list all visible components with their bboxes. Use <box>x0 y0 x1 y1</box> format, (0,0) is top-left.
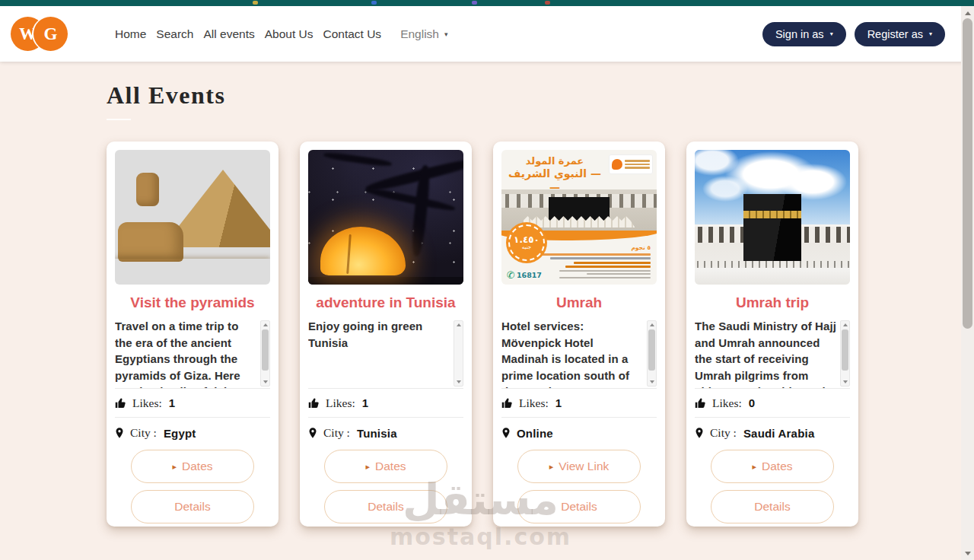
scroll-down-icon[interactable] <box>454 378 463 386</box>
language-dropdown[interactable]: English ▾ <box>400 27 447 41</box>
nav-item-all-events[interactable]: All events <box>203 27 254 41</box>
scroll-up-icon[interactable] <box>841 321 849 329</box>
likes-row: Likes: 1 <box>308 389 463 417</box>
nav-item-about-us[interactable]: About Us <box>265 27 314 41</box>
dates-button[interactable]: ▸ Dates <box>131 450 254 483</box>
scroll-up-icon[interactable] <box>961 8 974 18</box>
poster-phone: ✆ 16817 <box>507 269 542 281</box>
likes-row: Likes: 1 <box>115 389 270 417</box>
city-value: Saudi Arabia <box>743 427 815 440</box>
sign-in-as-button[interactable]: Sign in as ▾ <box>762 22 846 46</box>
event-card-tunisia: adventure in Tunisia Enjoy going in gree… <box>300 142 472 527</box>
city-row: City : Tunisia <box>308 418 463 448</box>
event-description-box[interactable]: Travel on a time trip to the era of the … <box>115 318 270 388</box>
poster-fineprint <box>559 268 651 280</box>
nav-item-search[interactable]: Search <box>156 27 193 41</box>
scrollbar-thumb[interactable] <box>842 329 848 371</box>
watermark-domain: mostaql.com <box>0 523 961 550</box>
scroll-up-icon[interactable] <box>648 321 656 329</box>
details-button-label: Details <box>561 500 597 514</box>
likes-row: Likes: 0 <box>695 389 850 417</box>
details-button[interactable]: Details <box>324 490 447 523</box>
event-title: Umrah trip <box>695 294 850 312</box>
scrollbar-thumb[interactable] <box>262 329 269 371</box>
scroll-down-icon[interactable] <box>961 548 974 558</box>
description-scrollbar[interactable] <box>840 320 850 387</box>
scroll-down-icon[interactable] <box>261 378 269 386</box>
description-scrollbar[interactable] <box>260 320 270 387</box>
dates-button-label: Dates <box>762 460 793 473</box>
tab-favicon-speck <box>472 1 477 5</box>
heading-rule <box>107 119 131 120</box>
umrah-poster-image: عمرة المولد — النبوي الشريف — برنامج الع… <box>501 150 657 285</box>
city-label: City : <box>323 426 350 440</box>
details-button[interactable]: Details <box>711 490 834 523</box>
register-as-button[interactable]: Register as ▾ <box>855 22 945 46</box>
logo[interactable]: W G <box>11 17 68 51</box>
likes-label: Likes: <box>519 396 549 410</box>
likes-label: Likes: <box>326 396 355 410</box>
nav-links: Home Search All events About Us Contact … <box>115 27 381 41</box>
page-scrollbar[interactable] <box>961 6 974 560</box>
likes-label: Likes: <box>712 396 742 410</box>
poster-details-lines: ٥ نجوم <box>541 244 651 270</box>
nav-item-contact-us[interactable]: Contact Us <box>323 27 381 41</box>
city-label: City : <box>710 426 737 440</box>
view-link-button-label: View Link <box>559 460 609 473</box>
dates-button[interactable]: ▸ Dates <box>324 450 447 483</box>
dates-button-label: Dates <box>182 460 213 473</box>
location-pin-icon <box>695 427 704 439</box>
language-label: English <box>400 27 439 41</box>
play-icon: ▸ <box>549 462 554 472</box>
event-description-box[interactable]: Enjoy going in green Tunisia <box>308 318 463 388</box>
event-description-box[interactable]: Hotel services: Mövenpick Hotel Madinah … <box>501 318 657 388</box>
location-pin-icon <box>115 427 124 439</box>
scroll-down-icon[interactable] <box>841 378 849 386</box>
tab-favicon-speck <box>545 1 550 5</box>
details-button-label: Details <box>368 500 403 514</box>
dates-button[interactable]: ▸ Dates <box>711 450 834 483</box>
page-scrollbar-thumb[interactable] <box>963 18 972 329</box>
city-value: Online <box>517 427 553 440</box>
play-icon: ▸ <box>752 462 756 472</box>
register-as-label: Register as <box>867 28 923 40</box>
description-scrollbar[interactable] <box>454 320 463 387</box>
event-description: The Saudi Ministry of Hajj and Umrah ann… <box>695 318 836 388</box>
event-cards-row: Visit the pyramids Travel on a time trip… <box>107 142 974 527</box>
event-title: Umrah <box>501 294 657 312</box>
details-button-label: Details <box>754 500 790 514</box>
thumbs-up-icon <box>308 397 320 409</box>
pyramids-image <box>115 150 270 285</box>
scroll-down-icon[interactable] <box>648 378 656 386</box>
chevron-down-icon: ▾ <box>830 30 833 37</box>
details-button-label: Details <box>174 500 210 514</box>
description-scrollbar[interactable] <box>647 320 657 387</box>
view-link-button[interactable]: ▸ View Link <box>517 450 641 483</box>
city-value: Egypt <box>164 427 196 440</box>
play-icon: ▸ <box>365 462 370 472</box>
thumbs-up-icon <box>695 397 706 409</box>
chevron-down-icon: ▾ <box>929 30 932 37</box>
scrollbar-thumb[interactable] <box>648 329 655 371</box>
details-button[interactable]: Details <box>517 490 641 523</box>
poster-agency-logo <box>609 154 653 174</box>
logo-circle-g: G <box>33 17 68 51</box>
scroll-up-icon[interactable] <box>454 321 463 329</box>
city-row: City : Egypt <box>115 418 270 448</box>
tab-favicon-speck <box>253 1 258 5</box>
location-pin-icon <box>308 427 317 439</box>
thumbs-up-icon <box>115 397 126 409</box>
event-description-box[interactable]: The Saudi Ministry of Hajj and Umrah ann… <box>695 318 850 388</box>
nav-item-home[interactable]: Home <box>115 27 146 41</box>
event-card-umrah: عمرة المولد — النبوي الشريف — برنامج الع… <box>493 142 665 527</box>
tab-favicon-speck <box>371 1 377 5</box>
city-value: Tunisia <box>357 427 397 440</box>
event-title: adventure in Tunisia <box>308 294 463 312</box>
likes-label: Likes: <box>132 396 162 410</box>
scroll-up-icon[interactable] <box>261 321 269 329</box>
phone-icon: ✆ <box>507 269 515 281</box>
likes-count: 1 <box>169 396 176 409</box>
tunisia-image <box>308 150 463 285</box>
event-card-pyramids: Visit the pyramids Travel on a time trip… <box>107 142 279 527</box>
details-button[interactable]: Details <box>131 490 254 523</box>
